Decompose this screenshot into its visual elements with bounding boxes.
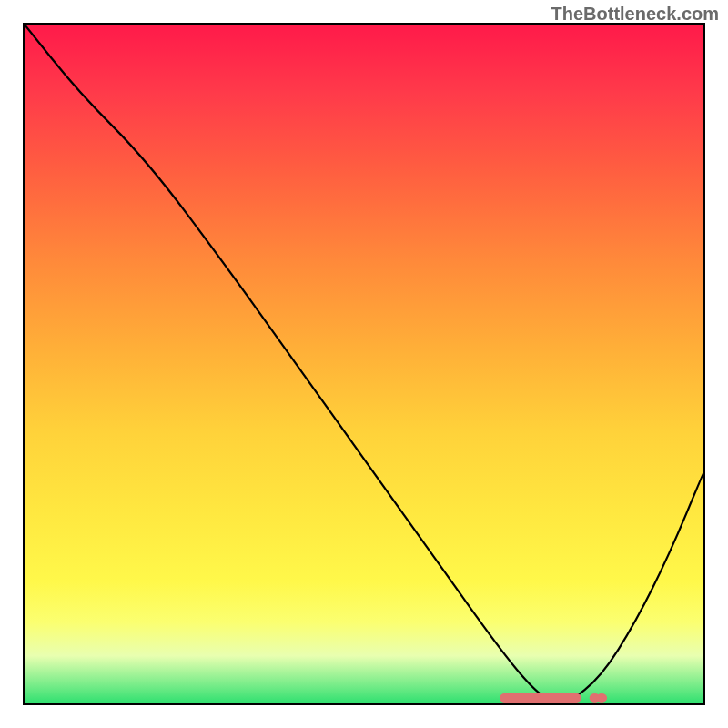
chart-plot-area [23, 23, 705, 705]
watermark-text: TheBottleneck.com [551, 4, 719, 25]
chart-gradient-background [25, 25, 703, 703]
